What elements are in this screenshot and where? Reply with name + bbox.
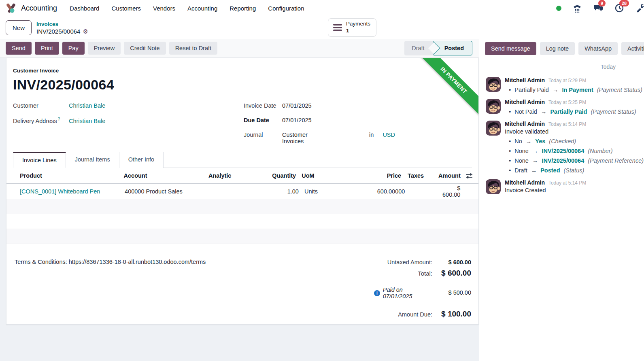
avatar <box>486 121 501 136</box>
chatter-panel: Send message Log note WhatsApp Activitie… <box>479 39 644 361</box>
message-time: Today at 5:25 PM <box>548 100 586 105</box>
invoice-sheet: IN PAYMENT Customer Invoice INV/2025/000… <box>6 58 479 325</box>
empty-line <box>6 229 478 244</box>
product-link[interactable]: [CONS_0001] Whiteboard Pen <box>20 188 100 195</box>
cell-quantity[interactable]: 1.00 <box>264 188 299 195</box>
nav-item-configuration[interactable]: Configuration <box>263 2 309 14</box>
help-question-icon: ? <box>58 117 60 121</box>
status-posted[interactable]: Posted <box>434 41 472 55</box>
chatter-message: Mitchell Admin Today at 5:25 PM • Not Pa… <box>479 96 644 118</box>
info-icon[interactable]: i <box>374 290 380 296</box>
tab-other-info[interactable]: Other Info <box>119 152 164 168</box>
print-button[interactable]: Print <box>35 42 59 55</box>
col-price[interactable]: Price <box>327 172 402 179</box>
message-time: Today at 5:29 PM <box>548 78 586 83</box>
invoice-line-row[interactable]: [CONS_0001] Whiteboard Pen 400000 Produc… <box>6 184 478 199</box>
paid-on-label: Paid on 07/01/2025 <box>383 287 433 299</box>
app-brand[interactable]: Accounting <box>21 4 57 13</box>
avatar <box>486 77 501 92</box>
chatter-message: Mitchell Admin Today at 5:14 PM Invoice … <box>479 118 644 176</box>
tracking-change: • No → Yes (Checked) <box>505 138 644 144</box>
send-button[interactable]: Send <box>6 42 32 55</box>
accounting-app-icon[interactable] <box>6 3 16 13</box>
tab-journal-items[interactable]: Journal Items <box>66 152 119 168</box>
online-status-dot <box>556 6 561 11</box>
nav-item-reporting[interactable]: Reporting <box>224 2 261 14</box>
tracking-change: • None → INV/2025/00064 (Payment Referen… <box>505 157 644 164</box>
message-author[interactable]: Mitchell Admin <box>505 99 545 105</box>
activities-button[interactable]: Activities <box>621 42 644 55</box>
chatter-message: Mitchell Admin Today at 5:29 PM • Partia… <box>479 74 644 96</box>
activities-clock-icon[interactable]: 28 <box>614 3 625 13</box>
col-quantity[interactable]: Quantity <box>261 172 296 179</box>
col-taxes[interactable]: Taxes <box>401 172 438 179</box>
nav-item-vendors[interactable]: Vendors <box>148 2 181 14</box>
gear-icon[interactable]: ⚙ <box>83 28 88 36</box>
message-author[interactable]: Mitchell Admin <box>505 77 545 83</box>
col-analytic[interactable]: Analytic <box>208 172 261 179</box>
voip-phone-icon[interactable] <box>572 3 582 13</box>
cell-price[interactable]: 600.00000 <box>330 188 405 195</box>
whatsapp-button[interactable]: WhatsApp <box>578 42 618 55</box>
arrow-icon: → <box>526 138 532 144</box>
col-amount[interactable]: Amount <box>438 172 461 179</box>
journal-value[interactable]: Customer Invoices <box>282 132 317 144</box>
credit-note-button[interactable]: Credit Note <box>124 42 166 55</box>
document-type-label: Customer Invoice <box>13 68 472 74</box>
arrow-icon: → <box>532 148 538 154</box>
message-body: Invoice Created <box>505 187 644 193</box>
pay-button[interactable]: Pay <box>62 42 85 55</box>
breadcrumb: Invoices INV/2025/00064 ⚙ <box>36 20 88 36</box>
delivery-address-value-link[interactable]: Christian Bale <box>69 118 105 124</box>
preview-button[interactable]: Preview <box>88 42 121 55</box>
send-message-button[interactable]: Send message <box>485 42 536 55</box>
arrow-icon: → <box>541 108 547 115</box>
table-header-row: Product Account Analytic Quantity UoM Pr… <box>6 168 478 184</box>
new-button[interactable]: New <box>6 20 32 35</box>
arrow-icon: → <box>532 157 538 164</box>
nav-item-customers[interactable]: Customers <box>106 2 146 14</box>
due-date-value[interactable]: 07/01/2025 <box>282 117 312 123</box>
untaxed-amount-value: $ 600.00 <box>432 259 471 265</box>
amount-due-value: $ 100.00 <box>432 307 471 319</box>
total-label: Total: <box>418 270 432 277</box>
message-body: Invoice validated <box>505 128 644 135</box>
paid-amount-value: $ 500.00 <box>433 289 471 296</box>
empty-line <box>6 214 478 229</box>
cell-account[interactable]: 400000 Product Sales <box>125 188 210 195</box>
untaxed-amount-label: Untaxed Amount: <box>387 259 432 265</box>
breadcrumb-invoices-link[interactable]: Invoices <box>36 21 58 28</box>
cell-amount[interactable]: $ 600.00 <box>442 185 460 198</box>
column-options-icon[interactable] <box>461 173 478 179</box>
messages-badge: 9 <box>598 0 606 6</box>
invoice-date-value[interactable]: 07/01/2025 <box>282 102 312 109</box>
col-account[interactable]: Account <box>124 172 208 179</box>
messages-icon[interactable]: 9 <box>593 3 604 13</box>
top-navbar: Accounting Dashboard Customers Vendors A… <box>0 0 644 16</box>
breadcrumb-current: INV/2025/00064 <box>36 28 80 36</box>
activities-badge: 28 <box>619 0 629 6</box>
payments-smart-button[interactable]: Payments 1 <box>328 18 376 37</box>
log-note-button[interactable]: Log note <box>540 42 575 55</box>
reset-to-draft-button[interactable]: Reset to Draft <box>169 42 217 55</box>
message-author[interactable]: Mitchell Admin <box>505 121 545 127</box>
date-divider: Today <box>479 64 644 70</box>
col-product[interactable]: Product <box>6 172 124 179</box>
payments-label: Payments <box>346 21 370 28</box>
cell-uom[interactable]: Units <box>299 188 330 195</box>
customer-value-link[interactable]: Christian Bale <box>69 102 105 109</box>
invoice-lines-table: Product Account Analytic Quantity UoM Pr… <box>6 168 478 244</box>
invoice-name: INV/2025/00064 <box>13 77 472 93</box>
tab-invoice-lines[interactable]: Invoice Lines <box>13 152 66 168</box>
chatter-buttons: Send message Log note WhatsApp Activitie… <box>479 39 644 58</box>
nav-item-accounting[interactable]: Accounting <box>182 2 223 14</box>
nav-item-dashboard[interactable]: Dashboard <box>64 2 104 14</box>
empty-line <box>6 199 478 214</box>
arrow-icon: → <box>553 87 559 93</box>
avatar <box>486 179 501 194</box>
currency-value-link[interactable]: USD <box>383 132 395 138</box>
message-author[interactable]: Mitchell Admin <box>505 179 545 186</box>
tools-icon[interactable] <box>635 3 644 13</box>
col-uom[interactable]: UoM <box>296 172 327 179</box>
notebook-tabs: Invoice Lines Journal Items Other Info <box>13 152 472 168</box>
